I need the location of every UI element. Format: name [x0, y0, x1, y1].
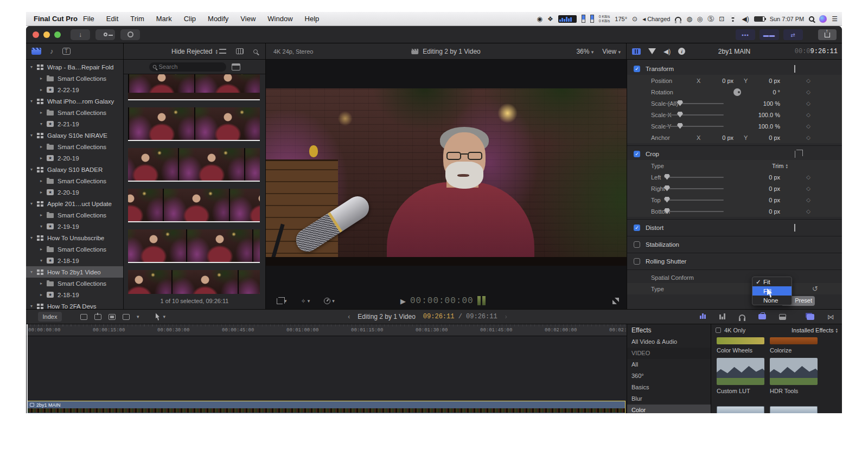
effects-category[interactable]: Blur	[627, 393, 711, 405]
battery-charged-status[interactable]: ◂Charged	[642, 16, 670, 22]
overwrite-clip-icon[interactable]	[123, 314, 130, 320]
keyframe-diamond-icon[interactable]: ◇	[806, 78, 810, 84]
disclosure-triangle-icon[interactable]	[40, 224, 47, 229]
libraries-sidebar-icon[interactable]	[31, 48, 41, 55]
crop-top-slider[interactable]	[664, 200, 724, 201]
installed-effects-popup[interactable]: Installed Effects▴▾	[792, 327, 838, 333]
disclosure-triangle-icon[interactable]	[30, 99, 37, 104]
transitions-browser-icon[interactable]: ⋈	[827, 313, 834, 321]
scale-y-field[interactable]: 100.0 %	[758, 123, 780, 130]
crop-left-slider[interactable]	[664, 177, 724, 178]
menu-item[interactable]: Modify	[208, 15, 228, 23]
effects-category[interactable]: All	[627, 359, 711, 370]
disclosure-triangle-icon[interactable]	[40, 178, 47, 183]
menu-item[interactable]: Help	[305, 15, 320, 23]
position-x-field[interactable]: 0 px	[701, 78, 733, 84]
append-clip-icon[interactable]	[108, 314, 116, 320]
effects-tool-popup[interactable]: ✧▾	[301, 298, 310, 305]
photos-audio-sidebar-icon[interactable]: ♪	[50, 47, 54, 55]
library-list-item[interactable]: Smart Collections	[26, 209, 123, 221]
clip-appearance-icon[interactable]	[219, 49, 226, 54]
scale-x-field[interactable]: 100.0 %	[758, 112, 780, 118]
disclosure-triangle-icon[interactable]	[30, 270, 37, 274]
info-inspector-icon[interactable]: i	[678, 48, 685, 55]
clip-filmstrip[interactable]	[128, 74, 260, 100]
headphones-icon[interactable]	[675, 17, 681, 21]
clip-filmstrip[interactable]	[128, 270, 260, 294]
menu-item[interactable]: Clip	[184, 15, 196, 23]
insert-clip-icon[interactable]	[94, 314, 101, 320]
crop-left-field[interactable]: 0 px	[769, 174, 780, 181]
library-list-item[interactable]: How To 2FA Devs	[26, 300, 123, 309]
search-icon[interactable]	[253, 49, 258, 54]
effect-thumbnail[interactable]	[717, 406, 764, 413]
keyframe-diamond-icon[interactable]: ◇	[806, 185, 810, 191]
crop-bottom-slider[interactable]	[664, 211, 724, 212]
library-list-item[interactable]: Smart Collections	[26, 141, 123, 152]
disclosure-triangle-icon[interactable]	[40, 121, 47, 126]
video-inspector-icon[interactable]	[632, 48, 641, 55]
crop-type-popup[interactable]: Trim▴▾	[772, 163, 788, 169]
library-list-item[interactable]: 2-19-19	[26, 221, 123, 232]
crop-bottom-field[interactable]: 0 px	[769, 208, 780, 215]
reset-icon[interactable]: ↺	[812, 285, 818, 293]
disclosure-triangle-icon[interactable]	[40, 292, 47, 297]
scale-all-field[interactable]: 100 %	[763, 100, 780, 107]
menu-item[interactable]: Trim	[130, 15, 144, 23]
keyword-editor-button[interactable]	[95, 29, 115, 40]
library-list-item[interactable]: 2-18-19	[26, 255, 123, 266]
connect-clip-icon[interactable]	[80, 314, 87, 320]
memory-meter-icon[interactable]	[582, 15, 585, 23]
background-tasks-button[interactable]	[120, 29, 140, 40]
crop-right-slider[interactable]	[664, 188, 724, 189]
timeline-track-area[interactable]: 2by1 MAIN	[26, 336, 627, 413]
effects-category[interactable]: All Video & Audio	[627, 336, 711, 348]
show-inspector-button[interactable]: ⇄	[783, 29, 803, 40]
anchor-y-field[interactable]: 0 px	[748, 134, 780, 141]
library-list-item[interactable]: 2-20-19	[26, 187, 123, 198]
menu-item[interactable]: Window	[267, 15, 292, 23]
effect-card[interactable]: Color Wheels	[717, 337, 764, 354]
temperature-status[interactable]: 175°	[615, 16, 627, 22]
disclosure-triangle-icon[interactable]	[40, 144, 47, 149]
menu-item-none[interactable]: None	[752, 296, 792, 305]
library-list-item[interactable]: Apple 201…uct Update	[26, 198, 123, 209]
app-menu[interactable]: Final Cut Pro	[34, 15, 78, 23]
rolling-shutter-checkbox[interactable]	[634, 258, 640, 265]
tools-icon[interactable]	[758, 314, 766, 319]
audio-meters[interactable]	[477, 296, 486, 305]
retime-popup[interactable]: ▾	[324, 298, 335, 304]
rotation-dial[interactable]	[733, 88, 741, 96]
clip-filmstrip[interactable]	[128, 107, 260, 141]
network-rates[interactable]: 0 KB/s0 KB/s	[599, 15, 610, 23]
record-status-icon[interactable]: ◉	[537, 16, 542, 22]
audio-skimming-icon[interactable]	[719, 313, 726, 320]
transform-onscreen-icon[interactable]	[794, 66, 795, 72]
audio-inspector-icon[interactable]: ◀)	[663, 48, 671, 55]
effects-category[interactable]: Basics	[627, 382, 711, 393]
menu-item[interactable]: View	[240, 15, 256, 23]
wifi-icon[interactable]	[729, 16, 737, 22]
transform-checkbox[interactable]	[634, 66, 640, 72]
show-browser-button[interactable]: ▪▪▪	[736, 29, 755, 40]
disclosure-triangle-icon[interactable]	[30, 133, 37, 138]
disclosure-triangle-icon[interactable]	[40, 213, 47, 217]
filmstrip-view-icon[interactable]	[236, 48, 244, 54]
clip-filmstrip[interactable]	[128, 189, 260, 222]
library-list-item[interactable]: What iPho…rom Galaxy	[26, 95, 123, 107]
volume-icon[interactable]: ◀)	[742, 16, 749, 22]
cpu-meter-icon[interactable]	[558, 15, 577, 23]
titles-generators-sidebar-icon[interactable]: T	[62, 48, 71, 55]
effect-thumbnail[interactable]	[770, 406, 818, 413]
menu-item[interactable]: Mark	[156, 15, 172, 23]
crop-onscreen-icon[interactable]	[795, 151, 795, 157]
arrow-tool-icon[interactable]	[156, 313, 161, 320]
opera-icon[interactable]: ◎	[697, 16, 703, 22]
keyframe-diamond-icon[interactable]: ◇	[806, 89, 810, 95]
effect-card[interactable]: HDR Tools	[770, 358, 818, 394]
notification-center-icon[interactable]: ☰	[832, 16, 838, 22]
4k-only-checkbox[interactable]	[716, 328, 721, 333]
previous-project-icon[interactable]: ‹	[348, 313, 350, 320]
battery-icon[interactable]	[754, 16, 765, 22]
fullscreen-icon[interactable]	[612, 298, 619, 304]
